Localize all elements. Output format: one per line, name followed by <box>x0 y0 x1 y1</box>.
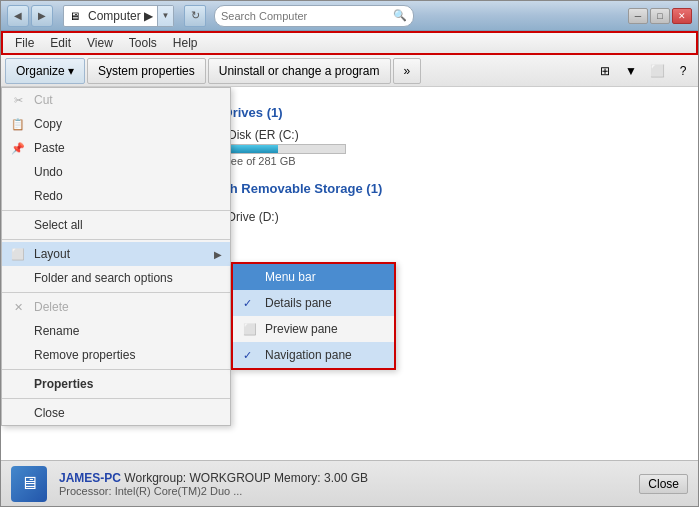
cd-info: ROM Drive (D:) <box>196 210 678 224</box>
drive-name: Local Disk (ER (C:) <box>196 128 678 142</box>
layout-submenu: Menu bar ✓ Details pane ⬜ Preview pane ✓… <box>231 262 396 370</box>
toolbar: Organize ▾ System properties Uninstall o… <box>1 55 698 87</box>
paste-menu-item[interactable]: 📌 Paste <box>2 136 230 160</box>
folder-options-menu-item[interactable]: Folder and search options <box>2 266 230 290</box>
status-bar: 🖥 JAMES-PC Workgroup: WORKGROUP Memory: … <box>1 460 698 506</box>
undo-menu-item[interactable]: Undo <box>2 160 230 184</box>
removable-title: Devices with Removable Storage (1) <box>159 181 680 196</box>
arrow-icon: ▶ <box>214 249 222 260</box>
system-properties-button[interactable]: System properties <box>87 58 206 84</box>
drive-c-item[interactable]: 💾 Local Disk (ER (C:) 3 GB free of 281 G… <box>159 126 680 169</box>
paste-label: Paste <box>34 141 65 155</box>
submenu-details[interactable]: ✓ Details pane <box>233 290 394 316</box>
submenu-preview[interactable]: ⬜ Preview pane <box>233 316 394 342</box>
submenu-navigation[interactable]: ✓ Navigation pane <box>233 342 394 368</box>
preview-check: ⬜ <box>243 323 257 336</box>
drives-section: Hard Disk Drives (1) 💾 Local Disk (ER (C… <box>151 97 688 244</box>
view-dropdown-button[interactable]: ▼ <box>620 60 642 82</box>
organize-button[interactable]: Organize ▾ <box>5 58 85 84</box>
processor-label: Processor: <box>59 485 112 497</box>
status-info: JAMES-PC Workgroup: WORKGROUP Memory: 3.… <box>59 471 627 497</box>
select-all-label: Select all <box>34 218 83 232</box>
menu-item-tools[interactable]: Tools <box>121 34 165 52</box>
submenu-preview-label: Preview pane <box>265 322 338 336</box>
cut-menu-item[interactable]: ✂ Cut <box>2 88 230 112</box>
toolbar-right: ⊞ ▼ ⬜ ? <box>594 60 694 82</box>
status-close-button[interactable]: Close <box>639 474 688 494</box>
cut-label: Cut <box>34 93 53 107</box>
cut-icon: ✂ <box>10 94 26 107</box>
cd-name: ROM Drive (D:) <box>196 210 678 224</box>
layout-menu-item[interactable]: ⬜ Layout ▶ <box>2 242 230 266</box>
main-content: Hard Disk Drives (1) 💾 Local Disk (ER (C… <box>1 87 698 460</box>
menu-item-file[interactable]: File <box>7 34 42 52</box>
navigation-check: ✓ <box>243 349 257 362</box>
status-line1: JAMES-PC Workgroup: WORKGROUP Memory: 3.… <box>59 471 627 485</box>
memory-label: Memory: <box>274 471 321 485</box>
menu-item-view[interactable]: View <box>79 34 121 52</box>
hard-drives-title: Hard Disk Drives (1) <box>159 105 680 120</box>
drive-free-space: 3 GB free of 281 GB <box>196 155 678 167</box>
paste-icon: 📌 <box>10 142 26 155</box>
remove-props-menu-item[interactable]: Remove properties <box>2 343 230 367</box>
separator-1 <box>2 210 230 211</box>
help-button[interactable]: ? <box>672 60 694 82</box>
view-change-button[interactable]: ⊞ <box>594 60 616 82</box>
maximize-button[interactable]: □ <box>650 8 670 24</box>
forward-button[interactable]: ▶ <box>31 5 53 27</box>
computer-icon: 🖥 <box>11 466 47 502</box>
menu-item-help[interactable]: Help <box>165 34 206 52</box>
search-bar[interactable]: 🔍 <box>214 5 414 27</box>
close-label: Close <box>34 406 65 420</box>
window-controls: ─ □ ✕ <box>628 8 692 24</box>
undo-label: Undo <box>34 165 63 179</box>
copy-menu-item[interactable]: 📋 Copy <box>2 112 230 136</box>
uninstall-button[interactable]: Uninstall or change a program <box>208 58 391 84</box>
menu-bar: File Edit View Tools Help <box>1 31 698 55</box>
submenu-menubar[interactable]: Menu bar <box>233 264 394 290</box>
workgroup-key: Workgroup: <box>124 471 186 485</box>
submenu-details-label: Details pane <box>265 296 332 310</box>
properties-label: Properties <box>34 377 93 391</box>
delete-label: Delete <box>34 300 69 314</box>
back-button[interactable]: ◀ <box>7 5 29 27</box>
nav-buttons: ◀ ▶ <box>7 5 53 27</box>
address-bar[interactable]: 🖥 Computer ▶ ▼ <box>63 5 174 27</box>
search-input[interactable] <box>221 10 393 22</box>
explorer-window: ◀ ▶ 🖥 Computer ▶ ▼ ↻ 🔍 ─ □ ✕ File Edit V… <box>0 0 699 507</box>
title-bar: ◀ ▶ 🖥 Computer ▶ ▼ ↻ 🔍 ─ □ ✕ <box>1 1 698 31</box>
remove-props-label: Remove properties <box>34 348 135 362</box>
pc-name: JAMES-PC <box>59 471 121 485</box>
preview-pane-button[interactable]: ⬜ <box>646 60 668 82</box>
redo-menu-item[interactable]: Redo <box>2 184 230 208</box>
cd-drive-item[interactable]: 💿 ROM Drive (D:) <box>159 202 680 232</box>
refresh-button[interactable]: ↻ <box>184 5 206 27</box>
more-options-button[interactable]: » <box>393 58 422 84</box>
separator-4 <box>2 369 230 370</box>
separator-2 <box>2 239 230 240</box>
delete-menu-item[interactable]: ✕ Delete <box>2 295 230 319</box>
workgroup-name: WORKGROUP <box>190 471 271 485</box>
content-area: Hard Disk Drives (1) 💾 Local Disk (ER (C… <box>1 87 698 460</box>
copy-label: Copy <box>34 117 62 131</box>
folder-options-label: Folder and search options <box>34 271 173 285</box>
redo-label: Redo <box>34 189 63 203</box>
minimize-button[interactable]: ─ <box>628 8 648 24</box>
select-all-menu-item[interactable]: Select all <box>2 213 230 237</box>
delete-icon: ✕ <box>10 301 26 314</box>
title-bar-left: ◀ ▶ 🖥 Computer ▶ ▼ ↻ 🔍 <box>7 5 414 27</box>
close-menu-item[interactable]: Close <box>2 401 230 425</box>
close-button[interactable]: ✕ <box>672 8 692 24</box>
rename-menu-item[interactable]: Rename <box>2 319 230 343</box>
search-icon[interactable]: 🔍 <box>393 9 407 22</box>
status-line2: Processor: Intel(R) Core(TM)2 Duo ... <box>59 485 627 497</box>
memory-amount: 3.00 GB <box>324 471 368 485</box>
submenu-navigation-label: Navigation pane <box>265 348 352 362</box>
properties-menu-item[interactable]: Properties <box>2 372 230 396</box>
address-dropdown-btn[interactable]: ▼ <box>157 6 173 26</box>
menu-item-edit[interactable]: Edit <box>42 34 79 52</box>
drive-info: Local Disk (ER (C:) 3 GB free of 281 GB <box>196 128 678 167</box>
address-path: Computer ▶ <box>84 9 157 23</box>
submenu-menubar-label: Menu bar <box>265 270 316 284</box>
edit-dropdown-menu: ✂ Cut 📋 Copy 📌 Paste Undo Redo <box>1 87 231 426</box>
